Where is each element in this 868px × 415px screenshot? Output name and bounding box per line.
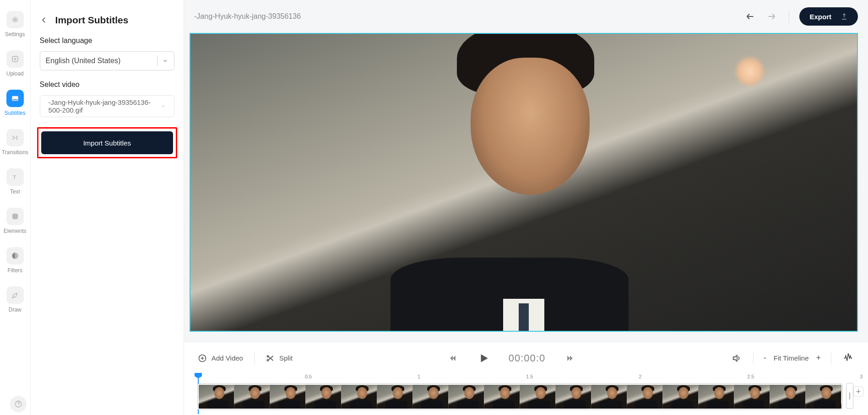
help-button-wrap [0, 396, 37, 412]
svg-rect-6 [12, 214, 18, 219]
main-area: Export Add Video Split 00:00:0 [184, 0, 868, 415]
volume-button[interactable] [730, 352, 743, 365]
project-title-input[interactable] [194, 12, 313, 21]
waveform-button[interactable] [841, 352, 854, 365]
panel-header: Import Subtitles [31, 15, 184, 37]
chevron-down-icon [162, 58, 168, 64]
clip-handle[interactable]: | [846, 383, 853, 409]
rail-label: Draw [9, 307, 22, 313]
controls-row: Add Video Split 00:00:0 - Fit Timeline + [184, 342, 868, 374]
svg-rect-4 [13, 99, 17, 100]
import-button-highlight: Import Subtitles [37, 127, 177, 158]
text-icon: T [6, 168, 24, 186]
help-icon[interactable] [10, 396, 27, 412]
rail-label: Text [10, 189, 20, 195]
chevron-down-icon [161, 103, 166, 109]
next-button[interactable] [564, 352, 576, 365]
rail-item-subtitles[interactable]: Subtitles [5, 90, 26, 116]
ruler-tick: 2.5 [747, 374, 754, 379]
rail-item-transitions[interactable]: Transitions [2, 129, 28, 156]
prev-button[interactable] [446, 352, 459, 365]
video-clip[interactable] [198, 384, 842, 410]
main-header: Export [184, 0, 868, 33]
svg-point-1 [14, 19, 16, 20]
export-icon [841, 13, 848, 20]
side-panel: Import Subtitles Select language English… [30, 0, 184, 415]
preview-area [184, 33, 868, 342]
ruler-tick: 1 [418, 374, 420, 379]
svg-text:T: T [13, 174, 16, 180]
rail-label: Transitions [2, 149, 28, 156]
rail-item-filters[interactable]: Filters [6, 247, 24, 274]
rail-item-draw[interactable]: Draw [6, 286, 24, 313]
ruler-tick: 2 [639, 374, 641, 379]
play-button[interactable] [477, 352, 490, 365]
ruler-tick: 0.5 [305, 374, 312, 379]
rail-label: Elements [4, 228, 27, 234]
language-value: English (United States) [46, 57, 121, 65]
ruler-tick: 3 [860, 374, 863, 379]
ruler-tick: 1.5 [526, 374, 533, 379]
draw-icon [6, 286, 24, 304]
back-button[interactable] [40, 16, 48, 24]
zoom-out-button[interactable]: - [764, 353, 766, 363]
video-preview[interactable] [190, 33, 858, 332]
import-subtitles-button[interactable]: Import Subtitles [41, 131, 173, 154]
split-button[interactable]: Split [266, 354, 293, 363]
svg-point-11 [267, 359, 268, 361]
rail-label: Filters [7, 267, 22, 274]
rail-item-upload[interactable]: Upload [6, 50, 24, 77]
panel-title: Import Subtitles [55, 15, 129, 26]
time-display: 00:00:0 [509, 352, 545, 364]
export-button[interactable]: Export [799, 7, 858, 26]
rail-label: Subtitles [5, 110, 26, 116]
transitions-icon [6, 129, 24, 146]
timeline-ruler[interactable]: 0.5 1 1.5 2 2.5 3 [198, 374, 868, 383]
settings-icon [6, 11, 24, 28]
rail-label: Settings [5, 31, 25, 38]
rail-item-settings[interactable]: Settings [5, 11, 25, 38]
add-video-button[interactable]: Add Video [198, 354, 243, 363]
subtitles-icon [6, 90, 24, 107]
video-value: -Jang-Hyuk-hyuk-jang-39356136-500-200.gi… [49, 98, 161, 114]
elements-icon [6, 208, 24, 225]
rail-item-text[interactable]: T Text [6, 168, 24, 195]
add-track-button[interactable]: + [853, 387, 863, 397]
undo-button[interactable] [743, 10, 756, 23]
language-select[interactable]: English (United States) [40, 51, 174, 70]
filters-icon [6, 247, 24, 264]
redo-button[interactable] [766, 10, 779, 23]
zoom-in-button[interactable]: + [816, 353, 821, 363]
language-label: Select language [31, 37, 184, 51]
fit-timeline-button[interactable]: Fit Timeline [774, 354, 809, 362]
svg-point-10 [267, 356, 268, 357]
rail-label: Upload [6, 70, 24, 77]
rail-item-elements[interactable]: Elements [4, 208, 27, 234]
left-rail: Settings Upload Subtitles Transitions T … [0, 0, 30, 415]
upload-icon [6, 50, 24, 68]
video-label: Select video [31, 81, 184, 95]
timeline[interactable]: 0.5 1 1.5 2 2.5 3 | [184, 374, 868, 415]
video-select[interactable]: -Jang-Hyuk-hyuk-jang-39356136-500-200.gi… [40, 95, 174, 117]
